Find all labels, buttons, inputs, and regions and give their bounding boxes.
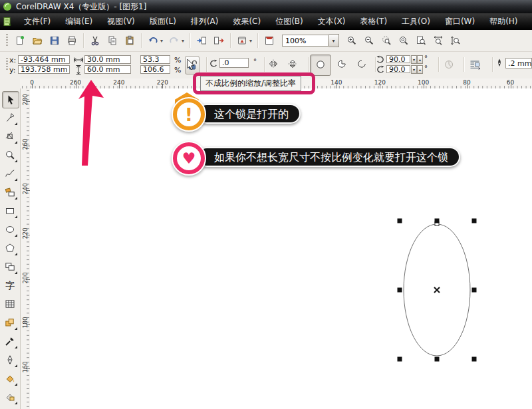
zoom-out-button[interactable] [360, 33, 378, 49]
polygon-tool[interactable] [2, 240, 18, 256]
zoom-page-width-button[interactable] [430, 33, 447, 49]
menu-window[interactable]: 窗口(W) [438, 14, 482, 29]
zoom-selected-button[interactable] [378, 33, 395, 49]
object-width-field[interactable]: 30.0 mm [84, 55, 131, 64]
flyout-indicator [15, 383, 17, 386]
zoom-page-height-button[interactable] [447, 33, 464, 49]
chevron-down-icon[interactable]: ▾ [249, 38, 255, 44]
vertical-ruler[interactable]: 280260240220200180160 [20, 88, 31, 409]
menu-edit[interactable]: 编辑(E) [58, 14, 100, 29]
exclamation-badge: ! [172, 97, 206, 132]
print-button[interactable] [63, 33, 80, 49]
zoom-page-button[interactable] [412, 33, 430, 49]
smart-fill-tool[interactable] [2, 184, 18, 200]
ruler-label: 280 [22, 96, 29, 106]
app-icon [3, 2, 12, 11]
cut-button[interactable] [86, 33, 104, 49]
shape-tool[interactable] [2, 110, 18, 126]
degree-sign: ° [424, 65, 428, 72]
toolbar-drag-handle[interactable] [6, 34, 8, 47]
menu-text[interactable]: 文本(X) [311, 14, 353, 29]
chevron-down-icon[interactable]: ▾ [329, 34, 339, 47]
save-button[interactable] [46, 33, 63, 49]
menu-effects[interactable]: 效果(C) [225, 14, 268, 29]
ellipse-tool[interactable] [2, 221, 18, 237]
end-angle-spinner[interactable]: ▾▴ [411, 65, 423, 74]
rotation-angle-field[interactable]: .0 [219, 58, 249, 68]
menu-layout[interactable]: 版面(L) [142, 14, 184, 29]
menu-view[interactable]: 视图(V) [100, 14, 142, 29]
zoom-tool[interactable] [2, 147, 18, 163]
pick-tool[interactable] [2, 91, 19, 108]
redo-button[interactable] [166, 33, 183, 49]
flyout-indicator [15, 253, 17, 255]
mirror-horizontal-button[interactable] [265, 58, 281, 71]
open-button[interactable] [29, 33, 46, 49]
eyedropper-tool[interactable] [2, 333, 18, 349]
menu-items: 文件(F)编辑(E)视图(V)版面(L)排列(A)效果(C)位图(B)文本(X)… [17, 14, 525, 29]
drawing-canvas[interactable] [30, 88, 532, 409]
flyout-indicator [15, 141, 17, 144]
wrap-text-button[interactable] [466, 57, 484, 73]
y-label: y: [9, 66, 15, 74]
paste-button[interactable] [121, 33, 138, 49]
app-launcher-button[interactable] [233, 33, 251, 49]
export-button[interactable] [210, 33, 227, 49]
fill-tool[interactable] [2, 370, 18, 386]
ellipse-mode-button[interactable] [310, 55, 331, 76]
scale-vertical-field[interactable]: 106.6 [140, 65, 170, 74]
blend-tool[interactable] [2, 315, 18, 331]
object-height-icon [73, 65, 84, 75]
flyout-indicator [15, 197, 17, 200]
degree-sign: ° [253, 58, 257, 65]
y-position-field[interactable]: 193.758 mm [18, 65, 70, 74]
end-angle-field[interactable]: 90.0 [386, 65, 410, 73]
arc-mode-button[interactable] [353, 56, 370, 73]
text-tool[interactable]: 字 [2, 277, 18, 293]
welcome-screen-button[interactable] [261, 33, 278, 49]
freehand-tool[interactable] [2, 166, 18, 182]
zoom-all-objects-button[interactable] [395, 33, 412, 49]
scale-horizontal-field[interactable]: 53.3 [140, 55, 170, 64]
menu-bitmaps[interactable]: 位图(B) [268, 14, 311, 29]
zoom-level-combo[interactable]: 100%▾ [282, 34, 339, 47]
outline-pen-tool[interactable] [2, 352, 18, 368]
table-tool[interactable] [2, 296, 18, 312]
x-position-field[interactable]: -93.464 mm [18, 55, 70, 64]
ruler-label: 160 [22, 363, 29, 373]
mirror-vertical-button[interactable] [285, 58, 301, 71]
basic-shapes-tool[interactable] [2, 259, 18, 275]
outline-width-dropdown[interactable]: .2 mm [505, 58, 532, 68]
flyout-indicator [15, 402, 17, 404]
start-angle-field[interactable]: 90.0 [386, 55, 410, 63]
menu-arrange[interactable]: 排列(A) [184, 14, 226, 29]
nonproportional-scaling-lock-button[interactable] [185, 56, 200, 74]
new-button[interactable] [11, 33, 29, 49]
toolbar-items: ▾▾▾100%▾ [11, 33, 464, 49]
open-lock-icon [187, 60, 198, 70]
object-height-field[interactable]: 60.0 mm [84, 65, 131, 74]
heart-badge: ♥ [172, 141, 206, 176]
menu-table[interactable]: 表格(T) [352, 14, 394, 29]
heart-icon: ♥ [182, 150, 196, 167]
menu-file[interactable]: 文件(F) [17, 14, 58, 29]
undo-button[interactable] [144, 33, 162, 49]
copy-button[interactable] [104, 33, 121, 49]
propbar-drag-handle[interactable] [6, 58, 8, 71]
clockwise-arc-button-disabled[interactable] [441, 57, 457, 73]
chevron-down-icon[interactable]: ▾ [160, 38, 166, 44]
pie-mode-button[interactable] [333, 56, 350, 73]
zoom-level-value[interactable]: 100% [282, 35, 329, 47]
rectangle-tool[interactable] [2, 203, 18, 219]
zoom-in-button[interactable] [343, 33, 360, 49]
interactive-fill-tool[interactable] [2, 389, 18, 405]
import-button[interactable] [193, 33, 210, 49]
chevron-down-icon[interactable]: ▾ [182, 38, 187, 44]
toolbar-separator [257, 33, 258, 48]
flyout-indicator [15, 160, 17, 162]
start-angle-spinner[interactable]: ▾▴ [411, 55, 423, 64]
flyout-indicator [15, 327, 17, 330]
menu-help[interactable]: 帮助(H) [482, 14, 525, 29]
menu-tools[interactable]: 工具(O) [394, 14, 438, 29]
crop-tool[interactable] [2, 128, 18, 144]
